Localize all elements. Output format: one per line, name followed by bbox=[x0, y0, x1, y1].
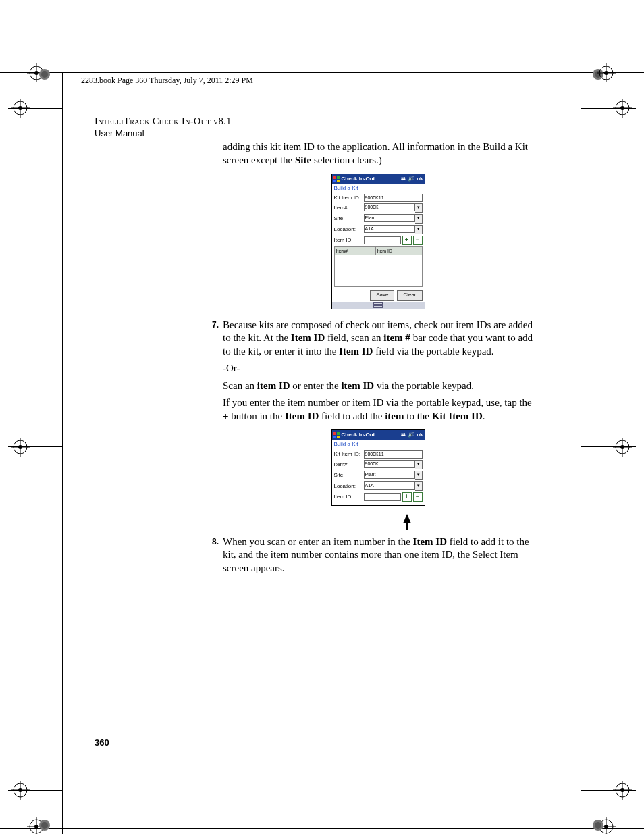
registration-mark-icon bbox=[613, 781, 632, 800]
app-title: Check In-Out bbox=[342, 432, 402, 438]
page-header-line: 2283.book Page 360 Thursday, July 7, 201… bbox=[81, 76, 253, 86]
svg-point-45 bbox=[41, 822, 48, 829]
svg-point-31 bbox=[18, 788, 22, 792]
svg-point-15 bbox=[604, 71, 608, 75]
app-titlebar: Check In-Out ⇄ 🔊 ok bbox=[332, 430, 425, 440]
dropdown-site[interactable]: ▾ bbox=[415, 471, 423, 480]
ok-button[interactable]: ok bbox=[417, 176, 423, 182]
label-location: Location: bbox=[334, 226, 364, 233]
label-site: Site: bbox=[334, 215, 364, 222]
svg-point-47 bbox=[595, 822, 601, 829]
app-footer bbox=[332, 302, 425, 309]
col-item-num: Item# bbox=[335, 247, 376, 255]
app-titlebar: Check In-Out ⇄ 🔊 ok bbox=[332, 174, 425, 184]
windows-flag-icon bbox=[333, 176, 340, 182]
header-rule bbox=[81, 88, 564, 88]
label-location: Location: bbox=[334, 483, 364, 490]
label-kit-item-id: Kit Item ID: bbox=[334, 194, 364, 201]
registration-mark-icon bbox=[11, 99, 30, 118]
label-site: Site: bbox=[334, 472, 364, 479]
field-site[interactable]: Plant bbox=[364, 471, 415, 479]
keyboard-icon[interactable] bbox=[373, 302, 383, 308]
registration-dot-icon bbox=[591, 818, 605, 832]
plus-button[interactable]: + bbox=[402, 492, 412, 502]
field-kit-item-id[interactable]: 9000K11 bbox=[364, 194, 423, 202]
label-item-num: Item#: bbox=[334, 461, 364, 468]
save-button[interactable]: Save bbox=[370, 290, 394, 300]
plus-button[interactable]: + bbox=[402, 236, 412, 245]
registration-mark-icon bbox=[11, 781, 30, 800]
page-number: 360 bbox=[95, 737, 109, 748]
volume-icon: 🔊 bbox=[408, 176, 414, 182]
field-item-id[interactable] bbox=[364, 493, 401, 501]
svg-point-27 bbox=[620, 445, 624, 449]
svg-point-7 bbox=[18, 106, 22, 110]
step-8-number: 8. bbox=[203, 537, 219, 548]
step-7-number: 7. bbox=[203, 320, 219, 331]
intro-para: adding this kit item ID to the applicati… bbox=[223, 140, 533, 167]
ok-button[interactable]: ok bbox=[417, 432, 423, 438]
field-item-id[interactable] bbox=[364, 236, 401, 244]
volume-icon: 🔊 bbox=[408, 432, 414, 438]
dropdown-item-num[interactable]: ▾ bbox=[415, 203, 423, 213]
minus-button[interactable]: − bbox=[413, 492, 423, 502]
clear-button[interactable]: Clear bbox=[397, 290, 422, 300]
col-item-id: Item ID bbox=[376, 247, 422, 255]
registration-dot-icon bbox=[38, 818, 51, 832]
registration-dot-icon bbox=[38, 68, 51, 81]
enter-line: If you enter the item number or item ID … bbox=[223, 396, 533, 423]
app-screenshot-1: Check In-Out ⇄ 🔊 ok Build a Kit Kit Item… bbox=[331, 174, 425, 309]
callout-arrow-icon bbox=[332, 514, 425, 530]
label-item-id: Item ID: bbox=[334, 237, 364, 244]
step-8-text: When you scan or enter an item number in… bbox=[223, 536, 533, 575]
field-site[interactable]: Plant bbox=[364, 214, 415, 222]
field-item-num[interactable]: 9000K bbox=[364, 460, 415, 468]
svg-point-23 bbox=[18, 445, 22, 449]
items-table: Item# Item ID bbox=[334, 246, 423, 287]
dropdown-location[interactable]: ▾ bbox=[415, 481, 423, 491]
label-kit-item-id: Kit Item ID: bbox=[334, 451, 364, 458]
or-text: -Or- bbox=[223, 362, 533, 375]
dropdown-item-num[interactable]: ▾ bbox=[415, 460, 423, 469]
svg-point-19 bbox=[620, 106, 624, 110]
label-item-num: Item#: bbox=[334, 205, 364, 211]
registration-mark-icon bbox=[613, 99, 632, 118]
product-subtitle: User Manual bbox=[95, 128, 144, 138]
app-title: Check In-Out bbox=[342, 176, 402, 182]
field-location[interactable]: A1A bbox=[364, 481, 415, 490]
svg-point-9 bbox=[41, 71, 48, 78]
registration-mark-icon bbox=[613, 438, 632, 457]
step-7-text: Because kits are composed of check out i… bbox=[223, 319, 533, 359]
app-subtitle: Build a Kit bbox=[332, 440, 425, 450]
dropdown-location[interactable]: ▾ bbox=[415, 225, 423, 234]
windows-flag-icon bbox=[333, 432, 340, 438]
connectivity-icon: ⇄ bbox=[401, 176, 406, 182]
field-kit-item-id[interactable]: 9000K11 bbox=[364, 450, 423, 459]
label-item-id: Item ID: bbox=[334, 494, 364, 500]
svg-point-35 bbox=[620, 788, 624, 792]
app-screenshot-2: Check In-Out ⇄ 🔊 ok Build a Kit Kit Item… bbox=[331, 429, 425, 505]
scan-line: Scan an item ID or enter the item ID via… bbox=[223, 380, 533, 393]
connectivity-icon: ⇄ bbox=[401, 432, 406, 438]
field-location[interactable]: A1A bbox=[364, 225, 415, 233]
product-title: IntelliTrack Check In-Out v8.1 bbox=[95, 116, 232, 127]
minus-button[interactable]: − bbox=[413, 236, 423, 245]
dropdown-site[interactable]: ▾ bbox=[415, 214, 423, 224]
field-item-num[interactable]: 9000K bbox=[364, 203, 415, 211]
app-subtitle: Build a Kit bbox=[332, 184, 425, 194]
registration-mark-icon bbox=[597, 63, 616, 82]
registration-mark-icon bbox=[11, 438, 30, 457]
